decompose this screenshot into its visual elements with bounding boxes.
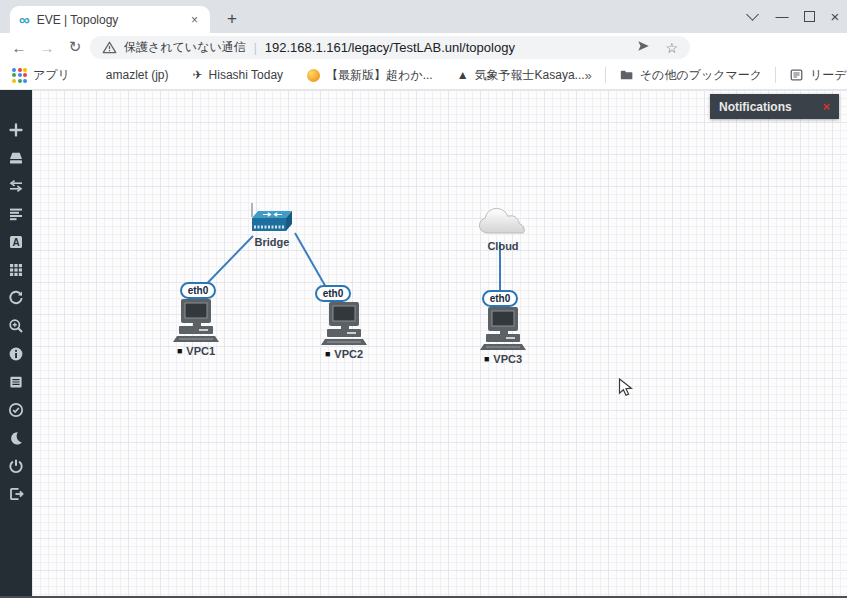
separator xyxy=(775,67,776,83)
bookmark-item[interactable]: amazlet (jp) xyxy=(106,68,169,82)
sidebar-text-objects-button[interactable]: A xyxy=(0,228,32,256)
pc-icon xyxy=(321,301,367,347)
bookmark-label: amazlet (jp) xyxy=(106,68,169,82)
browser-window: { "tab": { "title": "EVE | Topology" }, … xyxy=(0,0,847,598)
drive-icon xyxy=(8,150,24,166)
vpc-status-square-icon: ■ xyxy=(177,347,182,356)
forward-button[interactable]: → xyxy=(36,36,58,58)
node-vpc3[interactable]: ■VPC3 xyxy=(468,306,538,365)
node-label: Bridge xyxy=(255,236,290,248)
info-icon xyxy=(8,346,24,362)
bookmark-star-icon[interactable]: ☆ xyxy=(665,40,678,56)
tab-search-button[interactable] xyxy=(742,7,762,25)
sidebar-lab-details-button[interactable] xyxy=(0,340,32,368)
reload-button[interactable]: ↻ xyxy=(64,36,86,58)
new-tab-button[interactable]: + xyxy=(220,7,244,31)
sidebar-startup-configs-button[interactable] xyxy=(0,200,32,228)
maximize-icon xyxy=(804,11,815,22)
sidebar-logout-button[interactable] xyxy=(0,480,32,508)
url-text[interactable]: 192.168.1.161/legacy/TestLAB.unl/topolog… xyxy=(265,40,629,55)
pc-icon xyxy=(173,298,219,344)
node-cloud[interactable]: Cloud xyxy=(468,203,538,252)
vpc-status-square-icon: ■ xyxy=(325,350,330,359)
browser-toolbar: ← → ↻ 保護されていない通信 | 192.168.1.161/legacy/… xyxy=(0,33,847,61)
window-minimize-button[interactable]: — xyxy=(772,7,792,25)
security-warning-label: 保護されていない通信 xyxy=(124,39,246,56)
bookmark-item[interactable]: 【最新版】超わか... xyxy=(307,67,433,84)
other-bookmarks-button[interactable]: その他のブックマーク xyxy=(619,67,762,84)
reading-list-icon xyxy=(789,68,804,82)
sidebar-status-button[interactable] xyxy=(0,396,32,424)
eve-sidebar: A xyxy=(0,90,32,598)
bridge-switch-icon xyxy=(246,202,298,235)
moon-icon xyxy=(8,430,24,446)
node-bridge[interactable]: Bridge xyxy=(237,202,307,248)
topology-canvas[interactable]: Bridge Cloud ■VPC1 xyxy=(32,90,847,598)
sidebar-lab-tasks-button[interactable] xyxy=(0,368,32,396)
check-circle-icon xyxy=(8,402,24,418)
interface-label-vpc2: eth0 xyxy=(315,285,351,302)
window-close-button[interactable]: × xyxy=(825,7,845,25)
node-vpc2[interactable]: ■VPC2 xyxy=(309,301,379,360)
links-layer xyxy=(32,90,847,598)
sidebar-zoom-button[interactable] xyxy=(0,312,32,340)
tab-close-icon[interactable]: × xyxy=(188,11,201,29)
stacked-bars-icon xyxy=(8,206,24,222)
notifications-close-icon[interactable]: × xyxy=(822,99,830,114)
eve-favicon-icon: ∞ xyxy=(19,12,30,27)
security-warning-icon[interactable] xyxy=(102,40,117,55)
address-bar[interactable]: 保護されていない通信 | 192.168.1.161/legacy/TestLA… xyxy=(90,36,690,59)
refresh-icon xyxy=(8,290,24,306)
apps-label: アプリ xyxy=(33,67,70,84)
reading-list-label: リーディング リスト xyxy=(810,67,847,84)
sidebar-nodes-table-button[interactable] xyxy=(0,256,32,284)
exchange-arrows-icon xyxy=(8,178,24,194)
node-vpc1[interactable]: ■VPC1 xyxy=(161,298,231,357)
interface-label-vpc1: eth0 xyxy=(180,282,216,299)
sidebar-dark-mode-button[interactable] xyxy=(0,424,32,452)
url-divider: | xyxy=(254,41,257,55)
browser-titlebar: ∞ EVE | Topology × + — × xyxy=(0,0,847,33)
back-button[interactable]: ← xyxy=(8,36,30,58)
window-maximize-button[interactable] xyxy=(799,7,819,25)
bookmarks-overflow-icon[interactable]: » xyxy=(585,68,592,83)
node-label: Cloud xyxy=(487,240,518,252)
node-label: ■VPC3 xyxy=(484,353,522,365)
folder-icon xyxy=(619,68,634,82)
triangle-favicon-icon: ▲ xyxy=(457,68,469,82)
bookmarks-bar: アプリ amazlet (jp) ✈ Hisashi Today 【最新版】超わ… xyxy=(0,61,847,90)
magnifier-plus-icon xyxy=(8,318,24,334)
grid-icon xyxy=(8,262,24,278)
plus-icon xyxy=(8,122,24,138)
letter-a-icon: A xyxy=(8,234,24,250)
node-label: ■VPC2 xyxy=(325,348,363,360)
sidebar-power-button[interactable] xyxy=(0,452,32,480)
list-icon xyxy=(8,374,24,390)
other-bookmarks-label: その他のブックマーク xyxy=(640,67,762,84)
notifications-panel: Notifications × xyxy=(710,94,839,119)
pc-icon xyxy=(480,306,526,352)
logout-icon xyxy=(8,486,24,502)
browser-tab[interactable]: ∞ EVE | Topology × xyxy=(10,6,210,33)
mouse-cursor xyxy=(618,378,634,402)
bookmark-item[interactable]: ✈ Hisashi Today xyxy=(193,68,284,82)
chevron-down-icon xyxy=(746,8,759,21)
sidebar-nodes-button[interactable] xyxy=(0,144,32,172)
separator xyxy=(605,67,606,83)
interface-label-vpc3: eth0 xyxy=(482,290,518,307)
emoji-favicon-icon xyxy=(307,69,320,82)
plane-favicon-icon: ✈ xyxy=(193,68,203,82)
apps-shortcut[interactable]: アプリ xyxy=(12,67,70,84)
send-to-device-icon[interactable] xyxy=(636,39,651,57)
cloud-icon xyxy=(477,203,529,239)
node-label: ■VPC1 xyxy=(177,345,215,357)
bookmark-item[interactable]: ▲ 気象予報士Kasaya... xyxy=(457,67,585,84)
tab-title: EVE | Topology xyxy=(37,13,188,27)
reading-list-button[interactable]: リーディング リスト xyxy=(789,67,847,84)
apps-grid-icon xyxy=(12,68,27,83)
sidebar-refresh-button[interactable] xyxy=(0,284,32,312)
bookmark-label: 【最新版】超わか... xyxy=(326,67,433,84)
sidebar-networks-button[interactable] xyxy=(0,172,32,200)
bookmark-label: Hisashi Today xyxy=(209,68,283,82)
sidebar-add-object-button[interactable] xyxy=(0,116,32,144)
